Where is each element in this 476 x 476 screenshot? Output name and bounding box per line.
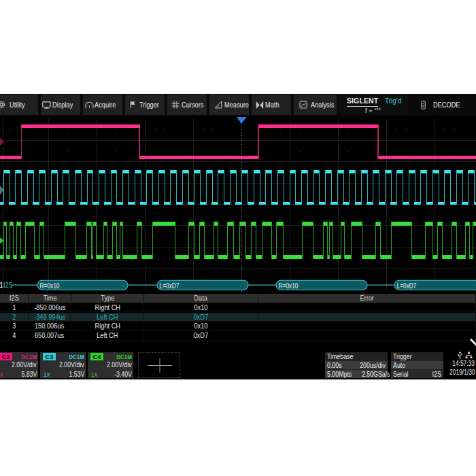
svg-text:R=0x10: R=0x10 (40, 282, 60, 290)
svg-text:I2S: I2S (3, 281, 13, 289)
svg-text:L=0xD7: L=0xD7 (160, 282, 180, 290)
svg-text:L=0xD7: L=0xD7 (397, 282, 417, 290)
svg-text:R=0x10: R=0x10 (279, 282, 299, 290)
